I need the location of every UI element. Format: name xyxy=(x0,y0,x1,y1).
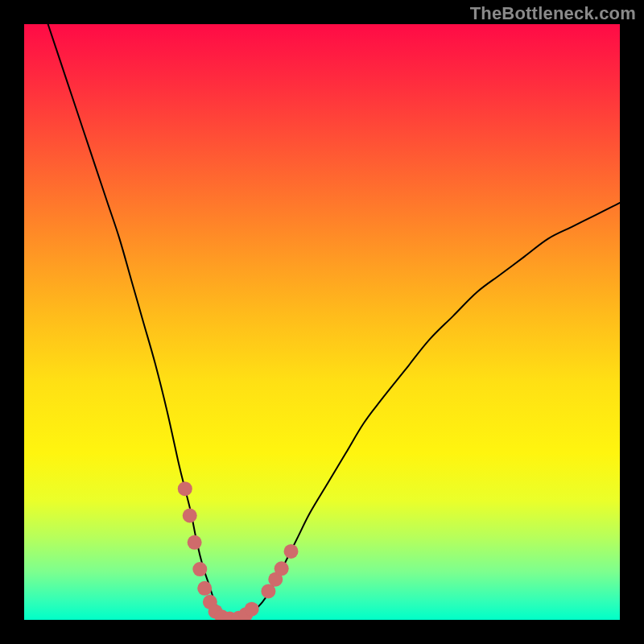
curve-marker xyxy=(284,544,299,559)
curve-marker xyxy=(188,535,202,550)
curve-marker xyxy=(275,561,289,576)
curve-marker xyxy=(183,509,197,523)
plot-area xyxy=(24,24,620,620)
bottleneck-curve xyxy=(48,24,620,620)
watermark-text: TheBottleneck.com xyxy=(470,3,636,24)
curve-marker xyxy=(245,602,259,617)
chart-svg xyxy=(24,24,620,620)
chart-frame: TheBottleneck.com xyxy=(0,0,644,644)
curve-marker xyxy=(192,562,207,576)
curve-marker xyxy=(197,581,212,596)
curve-markers xyxy=(178,481,299,620)
curve-marker xyxy=(178,481,192,496)
